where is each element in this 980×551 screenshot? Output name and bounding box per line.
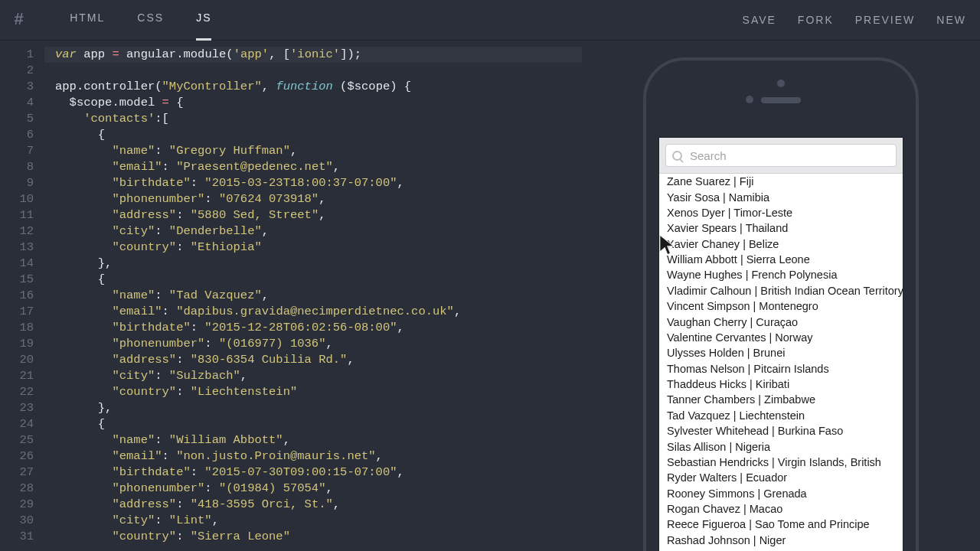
line-number: 6 xyxy=(0,127,34,143)
list-item[interactable]: Rogan Chavez | Macao xyxy=(659,501,903,517)
line-number: 30 xyxy=(0,513,34,529)
code-line[interactable]: "address": "830-6354 Cubilia Rd.", xyxy=(44,352,582,368)
earpiece-icon xyxy=(761,97,801,103)
line-number: 8 xyxy=(0,159,34,175)
list-item[interactable]: Tanner Chambers | Zimbabwe xyxy=(659,392,903,407)
code-line[interactable]: "country": "Ethiopia" xyxy=(44,240,582,256)
line-number: 29 xyxy=(0,497,34,513)
code-line[interactable]: "email": "Praesent@pedenec.net", xyxy=(44,159,582,175)
list-item[interactable]: Ryder Walters | Ecuador xyxy=(659,470,903,485)
main-split: 1234567891011121314151617181920212223242… xyxy=(0,41,980,551)
list-item[interactable]: Silas Allison | Nigeria xyxy=(659,439,903,454)
editor-tabs: HTML CSS JS xyxy=(70,11,211,28)
list-item[interactable]: Thomas Nelson | Pitcairn Islands xyxy=(659,361,903,377)
search-bar: Search xyxy=(659,138,903,174)
code-line[interactable]: "country": "Liechtenstein" xyxy=(44,384,582,400)
list-item[interactable]: Tad Vazquez | Liechtenstein xyxy=(659,408,903,423)
list-item[interactable]: Valentine Cervantes | Norway xyxy=(659,330,903,345)
code-line[interactable]: "city": "Denderbelle", xyxy=(44,223,582,240)
line-number: 17 xyxy=(0,304,34,320)
code-line[interactable]: "name": "Tad Vazquez", xyxy=(44,288,582,304)
code-line[interactable]: }, xyxy=(44,400,582,416)
list-item[interactable]: Thaddeus Hicks | Kiribati xyxy=(659,377,903,392)
list-item[interactable]: Yasir Sosa | Namibia xyxy=(659,189,903,204)
code-line[interactable]: "email": "non.justo.Proin@mauris.net", xyxy=(44,448,582,465)
code-line[interactable]: "name": "William Abbott", xyxy=(44,432,582,448)
list-item[interactable]: Zane Suarez | Fiji xyxy=(659,174,903,189)
line-number: 14 xyxy=(0,256,34,272)
save-button[interactable]: SAVE xyxy=(743,14,776,26)
code-line[interactable]: { xyxy=(44,127,582,143)
code-line[interactable] xyxy=(44,63,582,79)
code-line[interactable]: "phonenumber": "(016977) 1036", xyxy=(44,336,582,352)
line-number: 25 xyxy=(0,432,34,448)
line-number: 12 xyxy=(0,223,34,240)
list-item[interactable]: Xavier Spears | Thailand xyxy=(659,220,903,236)
line-number: 4 xyxy=(0,95,34,111)
line-number: 26 xyxy=(0,448,34,465)
line-number: 7 xyxy=(0,143,34,159)
code-line[interactable]: "address": "418-3595 Orci, St.", xyxy=(44,497,582,513)
code-line[interactable]: "email": "dapibus.gravida@necimperdietne… xyxy=(44,304,582,320)
code-line[interactable]: "phonenumber": "07624 073918", xyxy=(44,191,582,207)
code-line[interactable]: { xyxy=(44,416,582,432)
code-line[interactable]: app.controller("MyController", function … xyxy=(44,79,582,95)
list-item[interactable]: Sylvester Whitehead | Burkina Faso xyxy=(659,423,903,439)
code-line[interactable]: "birthdate": "2015-07-30T09:00:15-07:00"… xyxy=(44,465,582,481)
list-item[interactable]: Reece Figueroa | Sao Tome and Principe xyxy=(659,517,903,532)
tab-js[interactable]: JS xyxy=(196,11,211,41)
code-line[interactable]: "birthdate": "2015-03-23T18:00:37-07:00"… xyxy=(44,175,582,191)
code-line[interactable]: "city": "Lint", xyxy=(44,513,582,529)
tab-css[interactable]: CSS xyxy=(137,11,164,28)
list-item[interactable]: Rooney Simmons | Grenada xyxy=(659,486,903,501)
preview-pane: Search Zane Suarez | FijiYasir Sosa | Na… xyxy=(582,41,980,551)
line-number-gutter: 1234567891011121314151617181920212223242… xyxy=(0,47,44,551)
list-item[interactable]: William Abbott | Sierra Leone xyxy=(659,252,903,267)
line-number: 11 xyxy=(0,207,34,223)
line-number: 31 xyxy=(0,529,34,545)
device-frame: Search Zane Suarez | FijiYasir Sosa | Na… xyxy=(643,57,919,551)
code-line[interactable]: }, xyxy=(44,256,582,272)
code-line[interactable]: "name": "Gregory Huffman", xyxy=(44,143,582,159)
device-screen: Search Zane Suarez | FijiYasir Sosa | Na… xyxy=(658,137,903,551)
code-line[interactable]: "city": "Sulzbach", xyxy=(44,368,582,384)
code-line[interactable]: $scope.model = { xyxy=(44,95,582,111)
line-number: 1 xyxy=(0,47,34,63)
line-number: 24 xyxy=(0,416,34,432)
line-number: 15 xyxy=(0,272,34,288)
list-item[interactable]: Xenos Dyer | Timor-Leste xyxy=(659,205,903,220)
tab-html[interactable]: HTML xyxy=(70,11,105,28)
line-number: 13 xyxy=(0,240,34,256)
top-bar: # HTML CSS JS SAVE FORK PREVIEW NEW xyxy=(0,0,980,41)
list-item[interactable]: Xavier Chaney | Belize xyxy=(659,236,903,252)
camera-icon xyxy=(777,80,785,87)
code-editor[interactable]: 1234567891011121314151617181920212223242… xyxy=(0,41,582,551)
code-line[interactable]: { xyxy=(44,272,582,288)
new-button[interactable]: NEW xyxy=(936,14,966,26)
list-item[interactable]: Sebastian Hendricks | Virgin Islands, Br… xyxy=(659,455,903,470)
code-line[interactable]: 'contacts':[ xyxy=(44,111,582,127)
list-item[interactable]: Vaughan Cherry | Curaçao xyxy=(659,314,903,329)
code-line[interactable]: "phonenumber": "(01984) 57054", xyxy=(44,481,582,497)
line-number: 28 xyxy=(0,481,34,497)
line-number: 5 xyxy=(0,111,34,127)
line-number: 2 xyxy=(0,63,34,79)
code-line[interactable]: "birthdate": "2015-12-28T06:02:56-08:00"… xyxy=(44,320,582,336)
contact-list[interactable]: Zane Suarez | FijiYasir Sosa | NamibiaXe… xyxy=(659,174,903,551)
line-number: 21 xyxy=(0,368,34,384)
search-input[interactable]: Search xyxy=(665,144,897,167)
line-number: 9 xyxy=(0,175,34,191)
code-area[interactable]: var app = angular.module('app', ['ionic'… xyxy=(44,47,582,551)
list-item[interactable]: Vladimir Calhoun | British Indian Ocean … xyxy=(659,283,903,298)
code-line[interactable]: "country": "Sierra Leone" xyxy=(44,529,582,545)
line-number: 10 xyxy=(0,191,34,207)
preview-button[interactable]: PREVIEW xyxy=(855,14,916,26)
code-line[interactable]: "address": "5880 Sed, Street", xyxy=(44,207,582,223)
list-item[interactable]: Ulysses Holden | Brunei xyxy=(659,345,903,360)
list-item[interactable]: Wayne Hughes | French Polynesia xyxy=(659,267,903,282)
logo-icon: # xyxy=(14,11,24,30)
list-item[interactable]: Rashad Johnson | Niger xyxy=(659,533,903,548)
line-number: 18 xyxy=(0,320,34,336)
fork-button[interactable]: FORK xyxy=(798,14,834,26)
list-item[interactable]: Vincent Simpson | Montenegro xyxy=(659,298,903,314)
